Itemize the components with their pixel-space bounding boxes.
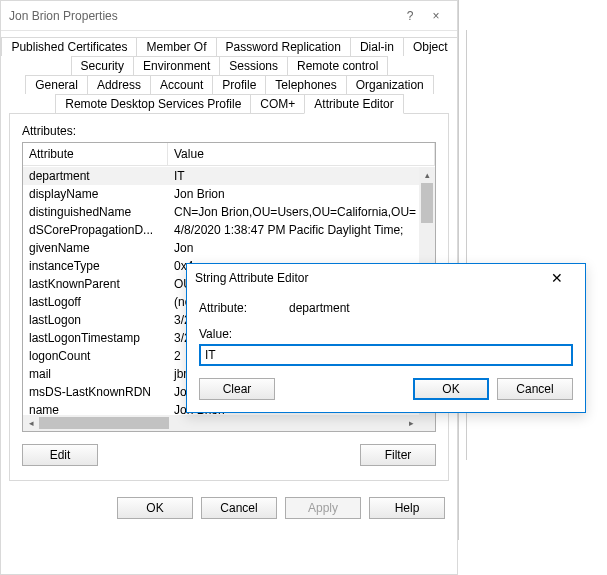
cell-attribute: msDS-LastKnownRDN: [23, 385, 168, 399]
cell-attribute: lastKnownParent: [23, 277, 168, 291]
tab-address[interactable]: Address: [87, 75, 151, 94]
cell-value: CN=Jon Brion,OU=Users,OU=California,OU=: [168, 205, 419, 219]
tab-general[interactable]: General: [25, 75, 88, 94]
cell-attribute: instanceType: [23, 259, 168, 273]
tab-sessions[interactable]: Sessions: [219, 56, 288, 75]
cell-value: Jon: [168, 241, 419, 255]
table-row[interactable]: givenNameJon: [23, 239, 419, 257]
clear-button[interactable]: Clear: [199, 378, 275, 400]
list-header: Attribute Value: [23, 143, 435, 166]
scroll-thumb[interactable]: [39, 417, 169, 429]
col-value[interactable]: Value: [168, 143, 435, 165]
cell-attribute: mail: [23, 367, 168, 381]
tab-remote-control[interactable]: Remote control: [287, 56, 388, 75]
attributes-label: Attributes:: [22, 124, 436, 138]
help-button[interactable]: ?: [397, 9, 423, 23]
apply-button[interactable]: Apply: [285, 497, 361, 519]
attribute-label: Attribute:: [199, 301, 289, 315]
tab-password-replication[interactable]: Password Replication: [216, 37, 351, 56]
close-icon[interactable]: ✕: [537, 270, 577, 286]
tab-dial-in[interactable]: Dial-in: [350, 37, 404, 56]
scroll-left-icon[interactable]: ◂: [23, 415, 39, 431]
edit-button[interactable]: Edit: [22, 444, 98, 466]
tab-remote-desktop-services-profile[interactable]: Remote Desktop Services Profile: [55, 94, 251, 113]
tab-organization[interactable]: Organization: [346, 75, 434, 94]
tab-account[interactable]: Account: [150, 75, 213, 94]
ok-button[interactable]: OK: [117, 497, 193, 519]
horizontal-scrollbar[interactable]: ◂ ▸: [23, 415, 419, 431]
cell-attribute: lastLogoff: [23, 295, 168, 309]
scroll-right-icon[interactable]: ▸: [403, 415, 419, 431]
scroll-corner: [419, 415, 435, 431]
table-row[interactable]: displayNameJon Brion: [23, 185, 419, 203]
cell-attribute: distinguishedName: [23, 205, 168, 219]
tab-strip: Published CertificatesMember OfPassword …: [9, 37, 449, 113]
titlebar: Jon Brion Properties ? ×: [1, 1, 457, 31]
tab-telephones[interactable]: Telephones: [265, 75, 346, 94]
cell-attribute: lastLogon: [23, 313, 168, 327]
value-label: Value:: [199, 327, 289, 341]
cell-attribute: givenName: [23, 241, 168, 255]
cancel-button[interactable]: Cancel: [201, 497, 277, 519]
tab-object[interactable]: Object: [403, 37, 458, 56]
ok-button[interactable]: OK: [413, 378, 489, 400]
filter-button[interactable]: Filter: [360, 444, 436, 466]
table-row[interactable]: dSCorePropagationD...4/8/2020 1:38:47 PM…: [23, 221, 419, 239]
tab-profile[interactable]: Profile: [212, 75, 266, 94]
table-row[interactable]: distinguishedNameCN=Jon Brion,OU=Users,O…: [23, 203, 419, 221]
tab-published-certificates[interactable]: Published Certificates: [1, 37, 137, 56]
attribute-name: department: [289, 301, 350, 315]
scroll-thumb[interactable]: [421, 183, 433, 223]
table-row[interactable]: departmentIT: [23, 167, 419, 185]
scroll-up-icon[interactable]: ▴: [419, 167, 435, 183]
cell-attribute: department: [23, 169, 168, 183]
tab-environment[interactable]: Environment: [133, 56, 220, 75]
tab-member-of[interactable]: Member Of: [136, 37, 216, 56]
string-attribute-editor-dialog: String Attribute Editor ✕ Attribute: dep…: [186, 263, 586, 413]
cell-attribute: lastLogonTimestamp: [23, 331, 168, 345]
modal-titlebar: String Attribute Editor ✕: [187, 264, 585, 292]
cell-value: Jon Brion: [168, 187, 419, 201]
tab-com-[interactable]: COM+: [250, 94, 305, 113]
close-button[interactable]: ×: [423, 9, 449, 23]
cell-attribute: logonCount: [23, 349, 168, 363]
cell-attribute: name: [23, 403, 168, 415]
modal-title: String Attribute Editor: [195, 271, 537, 285]
cell-attribute: displayName: [23, 187, 168, 201]
help-button[interactable]: Help: [369, 497, 445, 519]
cell-attribute: dSCorePropagationD...: [23, 223, 168, 237]
value-input[interactable]: [199, 344, 573, 366]
dialog-buttons: OK Cancel Apply Help: [1, 489, 457, 527]
tab-security[interactable]: Security: [71, 56, 134, 75]
window-title: Jon Brion Properties: [9, 9, 118, 23]
cell-value: 4/8/2020 1:38:47 PM Pacific Daylight Tim…: [168, 223, 419, 237]
col-attribute[interactable]: Attribute: [23, 143, 168, 165]
tab-attribute-editor[interactable]: Attribute Editor: [304, 94, 403, 114]
cancel-button[interactable]: Cancel: [497, 378, 573, 400]
cell-value: IT: [168, 169, 419, 183]
